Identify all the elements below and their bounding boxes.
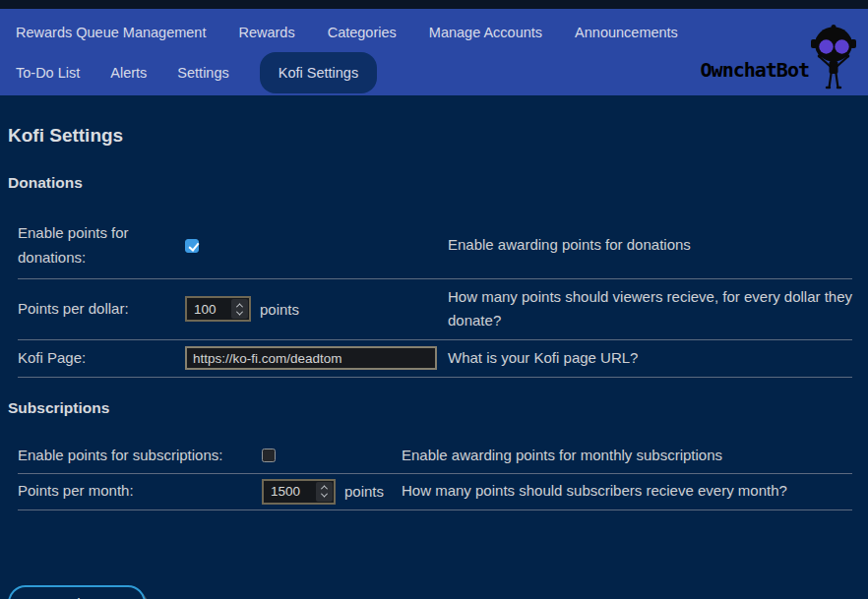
subscriptions-section: Subscriptions Enable points for subscrip… (8, 399, 852, 510)
nav-item-kofi-settings-active[interactable]: Kofi Settings (260, 52, 377, 93)
points-per-month-description: How many points should subscribers recie… (402, 479, 852, 504)
points-per-month-label: Points per month: (18, 479, 262, 504)
enable-points-for-donations-label: Enable points for donations: (18, 221, 185, 270)
points-suffix: points (260, 301, 299, 318)
nav-item-announcements[interactable]: Announcements (575, 25, 678, 40)
kofi-page-description: What is your Kofi page URL? (448, 346, 852, 371)
kofi-page-label: Kofi Page: (18, 346, 185, 371)
points-per-month-row: Points per month: points How many points… (18, 474, 852, 510)
nav-item-categories[interactable]: Categories (328, 25, 397, 40)
page: { "brand": { "logo_text": "OwnchatBot" }… (0, 0, 868, 599)
robot-mascot-icon (803, 25, 864, 93)
nav-item-rewards[interactable]: Rewards (238, 25, 294, 40)
points-per-month-spinner[interactable] (316, 482, 333, 502)
subscriptions-form: Enable points for subscriptions: Enable … (18, 439, 852, 510)
subscriptions-heading: Subscriptions (8, 399, 852, 417)
enable-points-for-subscriptions-row: Enable points for subscriptions: Enable … (18, 439, 852, 474)
points-per-dollar-numbox (185, 296, 251, 322)
points-per-dollar-description: How many points should viewers recieve, … (448, 285, 852, 334)
enable-points-for-donations-checkbox[interactable] (185, 239, 199, 253)
save-changes-button[interactable]: Save Changes (8, 585, 146, 599)
nav-item-settings[interactable]: Settings (177, 65, 228, 81)
page-title: Kofi Settings (8, 125, 852, 147)
points-per-dollar-label: Points per dollar: (18, 297, 185, 322)
nav-item-alerts[interactable]: Alerts (110, 65, 147, 81)
points-per-dollar-input[interactable] (188, 299, 231, 319)
donations-form: Enable points for donations: Enable awar… (18, 213, 852, 378)
enable-points-for-subscriptions-label: Enable points for subscriptions: (18, 444, 262, 468)
donations-section: Donations Enable points for donations: E… (8, 174, 852, 378)
enable-points-for-donations-description: Enable awarding points for donations (448, 233, 852, 258)
window-top-strip (0, 0, 868, 9)
nav-item-manage-accounts[interactable]: Manage Accounts (429, 25, 542, 40)
enable-points-for-subscriptions-checkbox[interactable] (262, 449, 276, 462)
points-suffix: points (344, 483, 384, 500)
points-per-month-numbox (262, 479, 336, 505)
kofi-settings-page: Kofi Settings Donations Enable points fo… (0, 95, 868, 599)
ownchatbot-logo[interactable]: OwnchatBot (701, 25, 864, 93)
logo-text: OwnchatBot (701, 59, 809, 82)
points-per-dollar-row: Points per dollar: points How many point… (18, 279, 852, 341)
kofi-page-row: Kofi Page: What is your Kofi page URL? (18, 340, 852, 378)
navbar: Rewards Queue Management Rewards Categor… (0, 9, 868, 95)
points-per-month-input[interactable] (265, 482, 316, 502)
chevron-down-icon[interactable] (321, 491, 328, 498)
enable-points-for-donations-row: Enable points for donations: Enable awar… (18, 213, 852, 279)
nav-item-todo-list[interactable]: To-Do List (16, 65, 80, 81)
donations-heading: Donations (8, 174, 852, 192)
nav-item-rewards-queue-management[interactable]: Rewards Queue Management (16, 25, 206, 40)
points-per-dollar-spinner[interactable] (231, 299, 248, 319)
enable-points-for-subscriptions-description: Enable awarding points for monthly subsc… (402, 444, 852, 468)
kofi-page-url-input[interactable] (185, 346, 437, 370)
chevron-down-icon[interactable] (236, 308, 243, 315)
